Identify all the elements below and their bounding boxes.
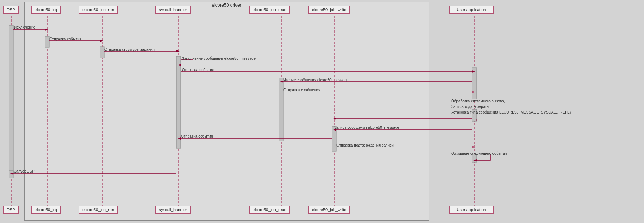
- label-exception: Исключение: [14, 25, 35, 29]
- label-fill-msg: Заполнение сообщения elcore50_message: [182, 56, 256, 60]
- actor-syscall-top: syscall_handler: [155, 6, 191, 14]
- label-send-event-2: Отправка события: [182, 68, 214, 72]
- label-send-msg: Отправка сообщения: [283, 88, 320, 92]
- actor-user-app-bot: User application: [449, 206, 494, 214]
- svg-marker-38: [472, 146, 475, 148]
- label-read-msg: Чтение сообщения elcore50_message: [283, 78, 349, 82]
- label-send-confirm: Отправка подтверждения записи: [336, 143, 394, 147]
- label-launch-dsp: Запуск DSP: [14, 169, 35, 173]
- label-send-struct: Отправка структуры задания: [104, 47, 155, 52]
- label-wait-event: Ожидание следующего события: [451, 151, 507, 155]
- actor-dsp-top: DSP: [3, 6, 19, 14]
- actor-job-run-top: elcore50_job_run: [79, 6, 118, 14]
- note-syscall: Обработка системного вызова, Запись кода…: [451, 98, 572, 115]
- actor-job-read-top: elcore50_job_read: [249, 6, 290, 14]
- label-send-event-1: Отправка события: [49, 37, 81, 41]
- label-send-event-3: Отправка события: [181, 134, 213, 138]
- svg-marker-41: [10, 173, 13, 175]
- actor-job-write-bot: elcore50_job_write: [308, 206, 350, 214]
- actor-irq-top: elcore50_irq: [31, 6, 61, 14]
- actor-job-read-bot: elcore50_job_read: [249, 206, 290, 214]
- svg-rect-14: [472, 68, 477, 99]
- actor-user-app-top: User application: [449, 6, 494, 14]
- svg-marker-25: [472, 70, 475, 73]
- actor-syscall-bot: syscall_handler: [155, 206, 191, 214]
- actor-irq-bot: elcore50_irq: [31, 206, 61, 214]
- svg-rect-8: [9, 171, 13, 178]
- driver-box: [24, 2, 429, 221]
- svg-marker-39: [473, 159, 477, 161]
- svg-marker-29: [472, 91, 475, 93]
- diagram-container: elcore50 driver: [0, 0, 644, 223]
- actor-job-write-top: elcore50_job_write: [308, 6, 350, 14]
- label-write-msg: Запись сообщения elcore50_message: [334, 125, 399, 129]
- actor-job-run-bot: elcore50_job_run: [79, 206, 118, 214]
- actor-dsp-bot: DSP: [3, 206, 19, 214]
- svg-rect-7: [9, 25, 13, 174]
